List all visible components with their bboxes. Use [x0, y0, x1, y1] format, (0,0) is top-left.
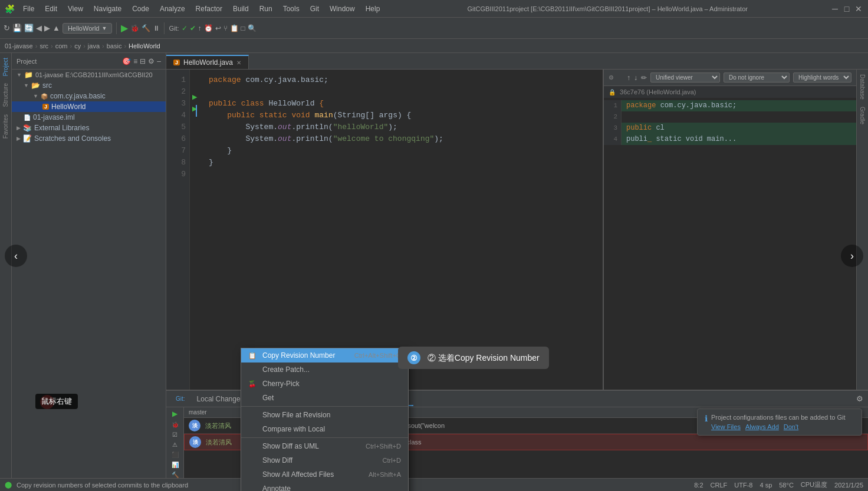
toolbar-back-icon[interactable]: ◀ [36, 24, 42, 32]
diff-down-icon[interactable]: ↓ [634, 74, 637, 82]
favorites-tab[interactable]: Favorites [1, 112, 10, 141]
bottom-problems-icon[interactable]: ⚠ [172, 441, 177, 448]
notif-dont-link[interactable]: Don't [784, 423, 798, 430]
toolbar-up-icon[interactable]: ▲ [52, 24, 60, 32]
ctx-item-show-diff-uml[interactable]: Show Diff as UML Ctrl+Shift+D [241, 439, 408, 453]
bottom-profiler-icon[interactable]: 📊 [172, 462, 179, 468]
breadcrumb-item-java[interactable]: java [88, 42, 100, 50]
toolbar-separator-2 [164, 22, 165, 34]
tab-close-icon[interactable]: ✕ [236, 60, 241, 66]
git-search-icon[interactable]: 🔍 [248, 24, 257, 32]
ctx-item-cherry-pick[interactable]: 🍒 Cherry-Pick [241, 377, 408, 391]
menu-window[interactable]: Window [325, 4, 360, 14]
menu-file[interactable]: File [18, 4, 39, 14]
branch-selector[interactable]: HelloWorld ▼ [63, 23, 113, 34]
toolbar-sync-icon[interactable]: 🔄 [24, 24, 34, 32]
bottom-todo-icon[interactable]: ☑ [172, 431, 177, 438]
breadcrumb-item-helloworld[interactable]: HelloWorld [129, 42, 160, 50]
maximize-button[interactable]: □ [842, 4, 851, 14]
ctx-item-show-diff[interactable]: Show Diff Ctrl+D [241, 453, 408, 467]
bottom-run-icon[interactable]: ▶ [172, 410, 177, 418]
menu-build[interactable]: Build [228, 4, 254, 14]
menu-git[interactable]: Git [305, 4, 324, 14]
structure-tab[interactable]: Structure [1, 81, 10, 110]
ctx-item-compare-local[interactable]: Compare with Local [241, 422, 408, 436]
tree-item-package[interactable]: ▼ 📦 com.cy.java.basic [12, 91, 166, 101]
status-crlf[interactable]: CRLF [711, 482, 728, 489]
code-content[interactable]: package com.cy.java.basic; public class … [202, 70, 603, 390]
tree-item-scratches[interactable]: ▶ 📝 Scratches and Consoles [12, 133, 166, 144]
ctx-item-copy-revision[interactable]: 📋 Copy Revision Number Ctrl+Alt+Shift+C [241, 348, 408, 363]
minimize-button[interactable]: ─ [830, 4, 840, 14]
ctx-item-annotate[interactable]: Annotate [241, 482, 408, 491]
tree-item-src[interactable]: ▼ 📂 src [12, 80, 166, 91]
menu-run[interactable]: Run [255, 4, 277, 14]
sidebar-settings-icon[interactable]: ⚙ [148, 57, 154, 65]
tree-item-iml[interactable]: 📄 01-javase.iml [12, 112, 166, 123]
breadcrumb-item-project[interactable]: 01-javase [5, 42, 33, 50]
menu-analyze[interactable]: Analyze [155, 4, 190, 14]
breadcrumb-item-com[interactable]: com [55, 42, 68, 50]
vtab-gradle[interactable]: Gradle [858, 104, 867, 127]
diff-edit-icon[interactable]: ✏ [641, 74, 647, 82]
menu-refactor[interactable]: Refactor [191, 4, 227, 14]
ctx-get-label: Get [248, 394, 274, 402]
nav-arrow-right[interactable]: › [841, 245, 863, 267]
sidebar-locate-icon[interactable]: 🎯 [122, 57, 131, 65]
menu-tools[interactable]: Tools [278, 4, 304, 14]
sidebar-close-icon[interactable]: – [157, 57, 161, 65]
status-charset[interactable]: UTF-8 [734, 482, 752, 489]
bottom-settings-icon[interactable]: ⚙ [856, 394, 863, 403]
sidebar-collapse-icon[interactable]: ⊟ [140, 57, 146, 65]
diff-settings-icon[interactable]: ⚙ [609, 74, 614, 81]
git-pull-icon[interactable]: ⏰ [204, 24, 213, 32]
breadcrumb-item-src[interactable]: src [40, 42, 48, 50]
status-indent[interactable]: 4 sp [760, 482, 772, 489]
bottom-debug-icon[interactable]: 🐞 [172, 421, 179, 428]
ctx-item-create-patch[interactable]: Create Patch... [241, 363, 408, 377]
debug-button[interactable]: 🐞 [130, 24, 139, 32]
sidebar-expand-icon[interactable]: ≡ [133, 57, 137, 65]
ctx-item-show-file-revision[interactable]: Show File at Revision [241, 408, 408, 422]
git-log-icon[interactable]: 📋 [230, 24, 239, 32]
breadcrumb-item-basic[interactable]: basic [107, 42, 122, 50]
git-bottom-tab[interactable]: Git: [173, 394, 188, 403]
bottom-build-icon[interactable]: 🔨 [172, 472, 179, 478]
build-button[interactable]: 🔨 [142, 24, 150, 32]
git-check-icon[interactable]: ✓ [182, 24, 188, 32]
git-revert-icon[interactable]: ↩ [215, 24, 221, 32]
tab-helloworld[interactable]: J HelloWorld.java ✕ [166, 55, 249, 69]
diff-viewer-select[interactable]: Unified viewer Side-by-side viewer [650, 73, 720, 83]
menu-edit[interactable]: Edit [40, 4, 62, 14]
git-push-icon[interactable]: ↑ [198, 24, 202, 32]
git-branch-icon[interactable]: ⑂ [223, 24, 228, 32]
close-button[interactable]: ✕ [854, 4, 863, 14]
git-settings-icon[interactable]: □ [241, 24, 245, 32]
status-position[interactable]: 8:2 [694, 482, 703, 489]
ctx-item-show-affected[interactable]: Show All Affected Files Alt+Shift+A [241, 467, 408, 482]
toolbar-refresh-icon[interactable]: ↻ [4, 24, 10, 32]
tree-item-external-libraries[interactable]: ▶ 📚 External Libraries [12, 123, 166, 133]
diff-up-icon[interactable]: ↑ [627, 74, 630, 82]
menu-view[interactable]: View [63, 4, 88, 14]
git-check2-icon[interactable]: ✔ [190, 24, 196, 32]
diff-ignore-select[interactable]: Do not ignore Ignore whitespace [724, 73, 790, 83]
menu-help[interactable]: Help [361, 4, 385, 14]
notif-always-add-link[interactable]: Always Add [745, 423, 779, 430]
diff-highlight-select[interactable]: Highlight words [793, 73, 851, 83]
nav-arrow-left[interactable]: ‹ [5, 245, 27, 267]
tree-item-helloworld[interactable]: J HelloWorld [12, 101, 166, 112]
menu-navigate[interactable]: Navigate [89, 4, 126, 14]
project-tab[interactable]: Project [1, 55, 10, 78]
tree-item-project[interactable]: ▼ 📁 01-javase E:\CGB2011III\xm\GitCGBII2… [12, 70, 166, 80]
breadcrumb-item-cy[interactable]: cy [74, 42, 81, 50]
stop-button[interactable]: ⏸ [153, 24, 160, 32]
toolbar-forward-icon[interactable]: ▶ [44, 24, 50, 32]
menu-code[interactable]: Code [127, 4, 154, 14]
notif-view-files-link[interactable]: View Files [711, 423, 741, 430]
vtab-database[interactable]: Database [858, 72, 867, 102]
run-button[interactable]: ▶ [121, 22, 128, 34]
toolbar-save-icon[interactable]: 💾 [12, 24, 22, 32]
bottom-terminal-icon[interactable]: ⬛ [172, 452, 179, 458]
ctx-item-get[interactable]: Get [241, 391, 408, 405]
